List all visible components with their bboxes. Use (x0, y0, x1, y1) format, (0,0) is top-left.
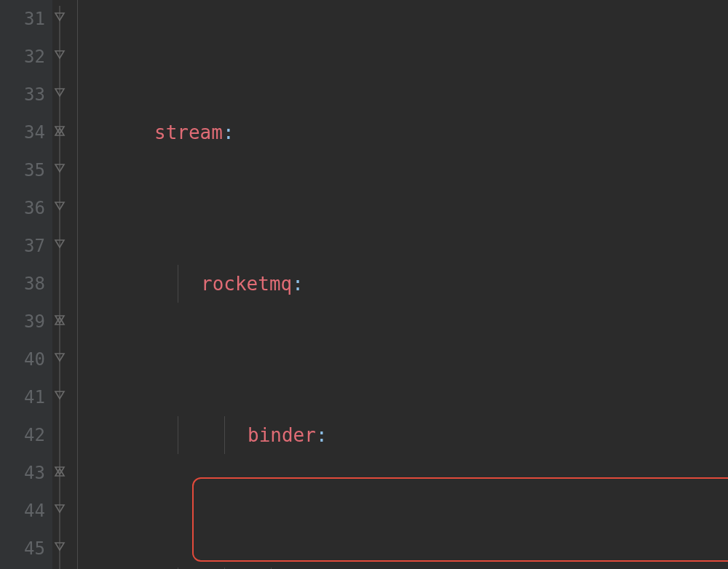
code-area[interactable]: stream: rocketmq: binder: name-server: 1… (119, 0, 728, 569)
line-number: 31 (0, 0, 45, 38)
yaml-key: rocketmq (201, 265, 292, 303)
line-number: 45 (0, 530, 45, 568)
line-number: 42 (0, 416, 45, 454)
line-number: 38 (0, 265, 45, 303)
code-editor[interactable]: 31 32 33 34 35 36 37 38 39 40 41 42 43 4… (0, 0, 728, 569)
line-number: 43 (0, 454, 45, 492)
line-number: 39 (0, 303, 45, 341)
line-number: 33 (0, 76, 45, 114)
code-line[interactable]: binder: (119, 416, 728, 454)
code-line[interactable]: stream: (119, 114, 728, 151)
highlight-annotation (192, 477, 728, 562)
line-number: 36 (0, 189, 45, 227)
indent-margin (77, 0, 119, 569)
yaml-key: binder (248, 416, 316, 454)
yaml-colon: : (292, 265, 304, 303)
line-number: 34 (0, 114, 45, 151)
line-number: 35 (0, 151, 45, 189)
code-line[interactable]: rocketmq: (119, 265, 728, 303)
fold-markers-svg (51, 0, 70, 569)
line-number-gutter: 31 32 33 34 35 36 37 38 39 40 41 42 43 4… (0, 0, 52, 569)
line-number: 32 (0, 38, 45, 76)
yaml-colon: : (223, 114, 234, 151)
line-number: 37 (0, 227, 45, 265)
line-number: 41 (0, 378, 45, 416)
fold-gutter (52, 0, 77, 569)
line-number: 40 (0, 341, 45, 378)
line-number: 44 (0, 492, 45, 530)
yaml-key: stream (154, 114, 223, 151)
yaml-colon: : (316, 416, 328, 454)
